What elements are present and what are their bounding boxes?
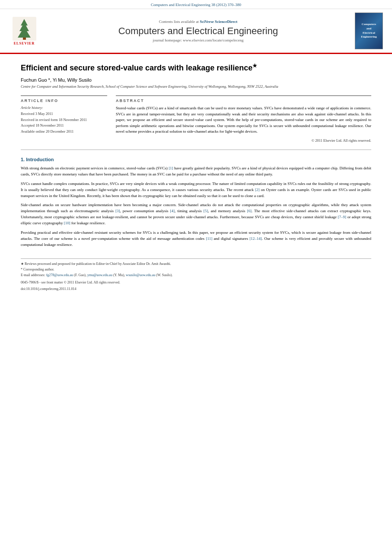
sciverse-link[interactable]: SciVerse ScienceDirect [200,19,237,24]
received-date: Received 3 May 2011 [21,111,107,117]
introduction-section: 1. Introduction With strong demands on e… [21,157,371,248]
elsevier-wordmark: ELSEVIER [14,41,35,45]
journal-cover-image: Computers and Electrical Engineering [355,13,383,49]
sciverse-line: Contents lists available at SciVerse Sci… [41,19,355,24]
intro-para-4: Providing practical and effective side-c… [21,230,371,248]
abstract-section: ABSTRACT Stored-value cards (SVCs) are a… [116,96,371,143]
journal-cover: Computers and Electrical Engineering [355,13,385,49]
journal-title-area: Contents lists available at SciVerse Sci… [41,19,355,42]
intro-para-1: With strong demands on electronic paymen… [21,166,371,178]
journal-header: ELSEVIER Contents lists available at Sci… [0,9,392,54]
issn-line1: 0045-7906/$ - see front matter © 2011 El… [21,280,371,284]
footnote-area: ★ Reviews processed and proposed for pub… [21,258,371,291]
elsevier-tree-icon [13,17,36,41]
paper-body: Efficient and secure stored-value cards … [0,63,392,291]
abstract-text: Stored-value cards (SVCs) are a kind of … [116,105,371,135]
journal-citation: Computers and Electrical Engineering 38 … [0,0,392,9]
section-title-intro: 1. Introduction [21,157,371,162]
doi-line: doi:10.1016/j.compeleceng.2011.11.014 [21,287,371,291]
section-divider [21,150,371,150]
article-columns: ARTICLE INFO Article history: Received 3… [21,96,371,143]
copyright: © 2011 Elsevier Ltd. All rights reserved… [116,138,371,143]
footnote-star: ★ Reviews processed and proposed for pub… [21,261,371,267]
footnote-corresponding: * Corresponding author. [21,267,371,273]
article-info-section: ARTICLE INFO Article history: Received 3… [21,96,107,143]
history-label: Article history: [21,105,107,110]
footnote-emails: E-mail addresses: fg278@uow.edu.au (F. G… [21,273,371,278]
accepted-date: Accepted 18 November 2011 [21,123,107,129]
affiliation: Centre for Computer and Information Secu… [21,84,371,89]
intro-para-3: Side-channel attacks on secure hardware … [21,202,371,226]
svg-rect-2 [23,38,26,40]
paper-title: Efficient and secure stored-value cards … [21,63,371,73]
revised-date: Received in revised form 18 November 201… [21,117,107,123]
article-info-label: ARTICLE INFO [21,99,107,103]
journal-homepage: journal homepage: www.elsevier.com/locat… [41,38,355,42]
abstract-label: ABSTRACT [116,99,371,103]
intro-para-2: SVCs cannot handle complex computations.… [21,181,371,199]
citation-text: Computers and Electrical Engineering 38 … [151,3,241,7]
elsevier-logo: ELSEVIER [7,17,41,45]
available-date: Available online 20 December 2011 [21,129,107,135]
authors: Fuchun Guo *, Yi Mu, Willy Susilo [21,77,371,83]
journal-name: Computers and Electrical Engineering [41,25,355,37]
